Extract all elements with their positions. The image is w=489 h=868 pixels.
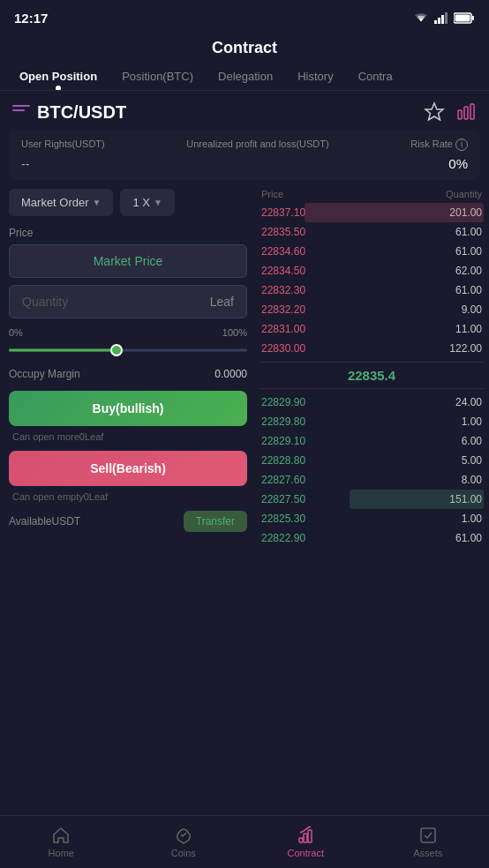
nav-coins[interactable]: Coins [123, 816, 245, 868]
coin-header: BTC/USDT [0, 91, 489, 130]
slider-fill [9, 349, 117, 352]
ask-row-5: 22832.20 9.00 [260, 300, 484, 319]
contract-icon [296, 826, 315, 845]
ask-row-6: 22831.00 11.00 [260, 319, 484, 339]
nav-assets[interactable]: Assets [367, 816, 490, 868]
slider-thumb[interactable] [110, 344, 123, 356]
price-col-header: Price [261, 189, 283, 199]
nav-home[interactable]: Home [0, 816, 123, 868]
svg-rect-7 [458, 110, 462, 119]
bid-row-1: 22829.80 1.00 [260, 412, 484, 431]
ask-row-7: 22830.00 122.00 [260, 339, 484, 358]
coins-icon [174, 826, 193, 845]
slider-min-label: 0% [9, 327, 23, 338]
nav-assets-label: Assets [413, 848, 442, 858]
status-bar: 12:17 [0, 0, 489, 32]
risk-rate-label: Risk Rate [410, 138, 453, 149]
stats-row: User Rights(USDT) Unrealized profit and … [9, 130, 480, 180]
nav-contract[interactable]: Contract [244, 816, 367, 868]
ask-row-0: 22837.10 201.00 [260, 203, 484, 222]
buy-button[interactable]: Buy(bullish) [9, 391, 247, 426]
margin-value: 0.0000 [214, 368, 247, 380]
left-panel: Market Order ▼ 1 X ▼ Price Market Price … [0, 189, 256, 548]
tabs-container: Open Position Position(BTC) Delegation H… [0, 61, 489, 91]
price-label: Price [9, 227, 247, 239]
risk-rate-info-icon[interactable]: i [455, 138, 468, 151]
svg-rect-13 [421, 828, 435, 842]
quantity-placeholder: Quantity [22, 295, 68, 309]
slider-container[interactable] [9, 341, 247, 359]
bid-row-6: 22825.30 1.00 [260, 509, 484, 528]
main-content: BTC/USDT User Rights(USDT) Unrealized pr… [0, 91, 489, 548]
nav-coins-label: Coins [171, 848, 196, 858]
market-price-button[interactable]: Market Price [9, 244, 247, 278]
home-icon [51, 826, 71, 845]
coin-icon [12, 105, 30, 119]
tab-open-position[interactable]: Open Position [7, 61, 109, 90]
star-icon[interactable] [424, 101, 445, 123]
svg-rect-10 [299, 838, 303, 842]
svg-rect-2 [441, 15, 444, 24]
mid-price: 22835.4 [260, 362, 484, 389]
bid-row-7: 22822.90 61.00 [260, 528, 484, 548]
coin-actions [424, 101, 477, 123]
svg-rect-3 [445, 12, 448, 24]
user-rights-value: -- [21, 157, 29, 171]
bid-row-0: 22829.90 24.00 [260, 393, 484, 412]
ask-row-4: 22832.30 61.00 [260, 281, 484, 300]
qty-col-header: Quantity [446, 189, 482, 199]
order-book-header: Price Quantity [260, 189, 484, 199]
ask-row-1: 22835.50 61.00 [260, 222, 484, 242]
user-rights-label: User Rights(USDT) [21, 138, 105, 151]
quantity-unit: Leaf [210, 295, 234, 309]
svg-rect-9 [470, 104, 474, 119]
svg-rect-5 [472, 16, 475, 20]
nav-contract-label: Contract [287, 848, 324, 858]
slider-track [9, 349, 247, 352]
bid-row-4: 22827.60 8.00 [260, 470, 484, 490]
stats-values: -- 0% [21, 156, 468, 171]
order-controls: Market Order ▼ 1 X ▼ [9, 189, 247, 216]
svg-rect-6 [455, 14, 470, 21]
tab-contra[interactable]: Contra [346, 61, 405, 90]
bid-row-3: 22828.80 5.00 [260, 451, 484, 470]
header-title: Contract [0, 32, 489, 61]
slider-max-label: 100% [222, 327, 247, 338]
bids-list: 22829.90 24.00 22829.80 1.00 22829.10 6.… [260, 393, 484, 548]
chart-icon[interactable] [455, 101, 477, 123]
nav-home-label: Home [49, 848, 74, 858]
bid-row-2: 22829.10 6.00 [260, 431, 484, 451]
available-label: AvailableUSDT [9, 515, 80, 528]
unrealized-label: Unrealized profit and loss(USDT) [186, 138, 328, 151]
risk-rate-label-group: Risk Rate i [410, 138, 468, 151]
quantity-input[interactable]: Quantity Leaf [9, 285, 247, 318]
order-type-select[interactable]: Market Order ▼ [9, 189, 113, 216]
margin-row: Occupy Margin 0.0000 [9, 368, 247, 380]
right-panel: Price Quantity 22837.10 201.00 22835.50 … [256, 189, 489, 548]
can-open-empty-text: Can open empty0Leaf [9, 491, 247, 502]
ask-row-3: 22834.50 62.00 [260, 261, 484, 281]
svg-rect-11 [304, 834, 307, 842]
stats-labels: User Rights(USDT) Unrealized profit and … [21, 138, 468, 151]
leverage-select[interactable]: 1 X ▼ [120, 189, 174, 216]
margin-label: Occupy Margin [9, 368, 80, 380]
can-open-more-text: Can open more0Leaf [9, 431, 247, 442]
available-row: AvailableUSDT Transfer [9, 511, 247, 532]
transfer-button[interactable]: Transfer [184, 511, 247, 532]
tab-position-btc[interactable]: Position(BTC) [109, 61, 206, 90]
svg-rect-0 [434, 20, 437, 24]
sell-button[interactable]: Sell(Bearish) [9, 451, 247, 486]
bottom-nav: Home Coins Contract Assets [0, 815, 489, 868]
tab-history[interactable]: History [285, 61, 345, 90]
risk-rate-value: 0% [448, 156, 468, 171]
asks-list: 22837.10 201.00 22835.50 61.00 22834.60 … [260, 203, 484, 358]
slider-labels: 0% 100% [9, 327, 247, 338]
wifi-icon [413, 11, 429, 24]
order-type-arrow: ▼ [93, 198, 102, 207]
battery-icon [454, 12, 475, 24]
svg-rect-8 [464, 107, 468, 119]
svg-rect-1 [438, 18, 440, 24]
ask-row-2: 22834.60 61.00 [260, 242, 484, 261]
leverage-arrow: ▼ [154, 198, 162, 207]
tab-delegation[interactable]: Delegation [206, 61, 285, 90]
